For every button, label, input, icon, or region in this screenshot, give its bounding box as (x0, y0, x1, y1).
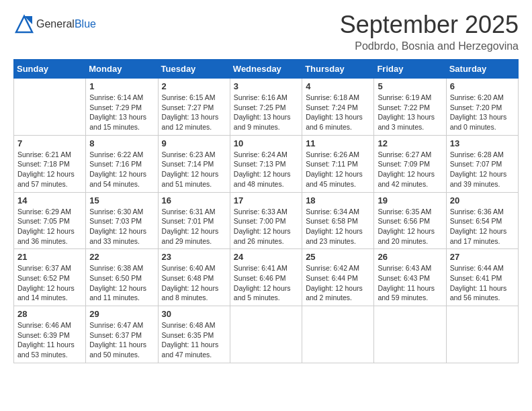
day-number: 29 (89, 309, 154, 319)
day-number: 7 (17, 138, 82, 148)
weekday-header-cell: Friday (374, 60, 446, 79)
day-number: 16 (162, 195, 226, 205)
calendar-cell (374, 306, 446, 363)
weekday-header-cell: Wednesday (230, 60, 302, 79)
calendar-cell: 19Sunrise: 6:35 AM Sunset: 6:56 PM Dayli… (374, 192, 446, 249)
weekday-header-cell: Sunday (14, 60, 86, 79)
calendar-cell (302, 306, 374, 363)
calendar-cell: 3Sunrise: 6:16 AM Sunset: 7:25 PM Daylig… (230, 79, 302, 136)
weekday-header-cell: Saturday (446, 60, 518, 79)
calendar-cell: 24Sunrise: 6:41 AM Sunset: 6:46 PM Dayli… (230, 249, 302, 306)
day-info: Sunrise: 6:27 AM Sunset: 7:09 PM Dayligh… (378, 150, 442, 189)
day-info: Sunrise: 6:47 AM Sunset: 6:37 PM Dayligh… (89, 320, 154, 360)
calendar-cell: 9Sunrise: 6:23 AM Sunset: 7:14 PM Daylig… (158, 135, 230, 192)
day-number: 30 (162, 309, 226, 319)
calendar-cell: 4Sunrise: 6:18 AM Sunset: 7:24 PM Daylig… (302, 79, 374, 136)
day-number: 6 (450, 81, 515, 91)
day-info: Sunrise: 6:24 AM Sunset: 7:13 PM Dayligh… (234, 150, 298, 189)
weekday-header-cell: Monday (86, 60, 158, 79)
day-info: Sunrise: 6:22 AM Sunset: 7:16 PM Dayligh… (89, 150, 154, 189)
calendar-cell: 10Sunrise: 6:24 AM Sunset: 7:13 PM Dayli… (230, 135, 302, 192)
calendar-cell: 16Sunrise: 6:31 AM Sunset: 7:01 PM Dayli… (158, 192, 230, 249)
calendar-cell: 26Sunrise: 6:43 AM Sunset: 6:43 PM Dayli… (374, 249, 446, 306)
day-number: 24 (234, 252, 298, 262)
location-title: Podbrdo, Bosnia and Herzegovina (340, 40, 519, 52)
calendar-cell: 7Sunrise: 6:21 AM Sunset: 7:18 PM Daylig… (14, 135, 86, 192)
calendar-cell: 12Sunrise: 6:27 AM Sunset: 7:09 PM Dayli… (374, 135, 446, 192)
day-info: Sunrise: 6:21 AM Sunset: 7:18 PM Dayligh… (17, 150, 82, 189)
calendar-cell (230, 306, 302, 363)
day-number: 2 (162, 81, 226, 91)
calendar-cell: 17Sunrise: 6:33 AM Sunset: 7:00 PM Dayli… (230, 192, 302, 249)
title-block: September 2025 Podbrdo, Bosnia and Herze… (340, 11, 519, 52)
day-info: Sunrise: 6:48 AM Sunset: 6:35 PM Dayligh… (162, 320, 226, 360)
day-info: Sunrise: 6:19 AM Sunset: 7:22 PM Dayligh… (378, 93, 442, 132)
day-number: 27 (450, 252, 515, 262)
day-number: 15 (89, 195, 154, 205)
day-number: 14 (17, 195, 82, 205)
day-info: Sunrise: 6:28 AM Sunset: 7:07 PM Dayligh… (450, 150, 515, 189)
day-number: 13 (450, 138, 515, 148)
day-number: 26 (378, 252, 442, 262)
day-number: 17 (234, 195, 298, 205)
day-info: Sunrise: 6:42 AM Sunset: 6:44 PM Dayligh… (306, 263, 370, 303)
calendar-cell: 18Sunrise: 6:34 AM Sunset: 6:58 PM Dayli… (302, 192, 374, 249)
day-number: 18 (306, 195, 370, 205)
calendar-cell: 20Sunrise: 6:36 AM Sunset: 6:54 PM Dayli… (446, 192, 518, 249)
day-number: 28 (17, 309, 82, 319)
calendar-cell: 11Sunrise: 6:26 AM Sunset: 7:11 PM Dayli… (302, 135, 374, 192)
day-info: Sunrise: 6:38 AM Sunset: 6:50 PM Dayligh… (89, 263, 154, 303)
day-info: Sunrise: 6:31 AM Sunset: 7:01 PM Dayligh… (162, 207, 226, 246)
day-info: Sunrise: 6:20 AM Sunset: 7:20 PM Dayligh… (450, 93, 515, 132)
calendar-cell: 1Sunrise: 6:14 AM Sunset: 7:29 PM Daylig… (86, 79, 158, 136)
calendar-cell: 15Sunrise: 6:30 AM Sunset: 7:03 PM Dayli… (86, 192, 158, 249)
day-number: 21 (17, 252, 82, 262)
calendar-cell: 29Sunrise: 6:47 AM Sunset: 6:37 PM Dayli… (86, 306, 158, 363)
calendar-cell (446, 306, 518, 363)
day-number: 22 (89, 252, 154, 262)
weekday-header-cell: Thursday (302, 60, 374, 79)
calendar-cell: 8Sunrise: 6:22 AM Sunset: 7:16 PM Daylig… (86, 135, 158, 192)
day-info: Sunrise: 6:23 AM Sunset: 7:14 PM Dayligh… (162, 150, 226, 189)
day-info: Sunrise: 6:44 AM Sunset: 6:41 PM Dayligh… (450, 263, 515, 303)
day-number: 11 (306, 138, 370, 148)
weekday-header-row: SundayMondayTuesdayWednesdayThursdayFrid… (14, 60, 519, 79)
calendar-cell: 2Sunrise: 6:15 AM Sunset: 7:27 PM Daylig… (158, 79, 230, 136)
calendar-cell: 6Sunrise: 6:20 AM Sunset: 7:20 PM Daylig… (446, 79, 518, 136)
calendar-cell: 14Sunrise: 6:29 AM Sunset: 7:05 PM Dayli… (14, 192, 86, 249)
calendar-week-row: 7Sunrise: 6:21 AM Sunset: 7:18 PM Daylig… (14, 135, 519, 192)
logo-general-text: General (36, 18, 75, 30)
calendar-week-row: 21Sunrise: 6:37 AM Sunset: 6:52 PM Dayli… (14, 249, 519, 306)
day-number: 19 (378, 195, 442, 205)
day-number: 5 (378, 81, 442, 91)
day-info: Sunrise: 6:37 AM Sunset: 6:52 PM Dayligh… (17, 263, 82, 303)
calendar-cell (14, 79, 86, 136)
calendar-cell: 13Sunrise: 6:28 AM Sunset: 7:07 PM Dayli… (446, 135, 518, 192)
calendar-cell: 28Sunrise: 6:46 AM Sunset: 6:39 PM Dayli… (14, 306, 86, 363)
day-number: 23 (162, 252, 226, 262)
day-info: Sunrise: 6:41 AM Sunset: 6:46 PM Dayligh… (234, 263, 298, 303)
day-number: 20 (450, 195, 515, 205)
calendar-cell: 23Sunrise: 6:40 AM Sunset: 6:48 PM Dayli… (158, 249, 230, 306)
day-info: Sunrise: 6:34 AM Sunset: 6:58 PM Dayligh… (306, 207, 370, 246)
day-info: Sunrise: 6:16 AM Sunset: 7:25 PM Dayligh… (234, 93, 298, 132)
day-info: Sunrise: 6:26 AM Sunset: 7:11 PM Dayligh… (306, 150, 370, 189)
calendar-cell: 30Sunrise: 6:48 AM Sunset: 6:35 PM Dayli… (158, 306, 230, 363)
day-info: Sunrise: 6:33 AM Sunset: 7:00 PM Dayligh… (234, 207, 298, 246)
calendar-cell: 22Sunrise: 6:38 AM Sunset: 6:50 PM Dayli… (86, 249, 158, 306)
day-info: Sunrise: 6:14 AM Sunset: 7:29 PM Dayligh… (89, 93, 154, 132)
logo-blue-text: Blue (75, 18, 96, 30)
calendar-body: 1Sunrise: 6:14 AM Sunset: 7:29 PM Daylig… (14, 79, 519, 363)
logo: GeneralBlue (13, 13, 96, 35)
day-info: Sunrise: 6:46 AM Sunset: 6:39 PM Dayligh… (17, 320, 82, 360)
day-info: Sunrise: 6:40 AM Sunset: 6:48 PM Dayligh… (162, 263, 226, 303)
calendar-week-row: 14Sunrise: 6:29 AM Sunset: 7:05 PM Dayli… (14, 192, 519, 249)
logo-icon (13, 13, 35, 35)
calendar-week-row: 1Sunrise: 6:14 AM Sunset: 7:29 PM Daylig… (14, 79, 519, 136)
day-info: Sunrise: 6:43 AM Sunset: 6:43 PM Dayligh… (378, 263, 442, 303)
day-number: 3 (234, 81, 298, 91)
day-info: Sunrise: 6:36 AM Sunset: 6:54 PM Dayligh… (450, 207, 515, 246)
weekday-header-cell: Tuesday (158, 60, 230, 79)
month-title: September 2025 (340, 11, 519, 39)
calendar-cell: 25Sunrise: 6:42 AM Sunset: 6:44 PM Dayli… (302, 249, 374, 306)
